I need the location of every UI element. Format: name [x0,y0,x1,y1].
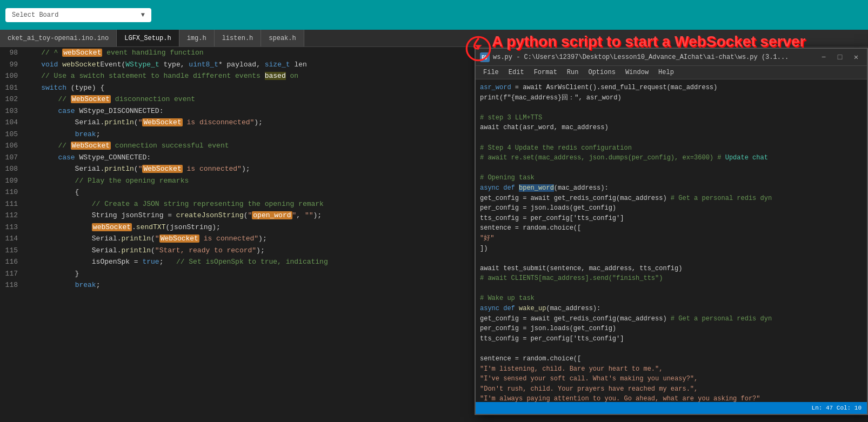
tab-ino[interactable]: cket_ai_toy-openai.ino.ino [0,30,117,46]
code-line-104: 104 Serial.println("WebSocket is disconn… [0,117,477,129]
code-line-107: 107 case WStype_CONNECTED: [0,152,477,164]
arduino-topbar: Select Board ▼ [0,0,868,30]
py-line: tts_config = per_config['tts_config'] [480,334,863,344]
code-line-99: 99 void webSocketEvent(WStype_t type, ui… [0,59,477,71]
py-line: ]) [480,244,863,254]
py-line: await chat(asr_word, mac_address) [480,123,863,133]
code-line-114: 114 Serial.println("WebSocket is connect… [0,233,477,245]
code-line-108: 108 Serial.println("WebSocket is connect… [0,163,477,175]
py-line: per_config = json.loads(get_config) [480,203,863,213]
code-line-102: 102 // WebSocket disconnection event [0,93,477,105]
menu-edit[interactable]: Edit [504,67,529,78]
py-line: async def wake_up(mac_address): [480,304,863,314]
py-line: # Step 4 Update the redis configuration [480,143,863,153]
tab-listen[interactable]: listen.h [215,30,262,46]
code-line-111: 111 // Create a JSON string representing… [0,198,477,210]
menu-format[interactable]: Format [530,67,562,78]
tab-lgfx[interactable]: LGFX_Setup.h [117,30,179,46]
menu-run[interactable]: Run [563,67,583,78]
menu-window[interactable]: Window [621,67,653,78]
code-line-98: 98 // ^ webSocket event handling functio… [0,47,477,59]
py-line: async def bpen_word(mac_address): [480,183,863,193]
py-line: "I've sensed your soft call. What's maki… [480,374,863,384]
py-line: # Wake up task [480,293,863,304]
py-line: per_config = json.loads(get_config) [480,324,863,334]
code-line-100: 100 // Use a switch statement to handle … [0,70,477,82]
py-line: # await re.set(mac_address, json.dumps(p… [480,153,863,163]
minimize-button[interactable]: − [817,51,830,64]
board-select-dropdown[interactable]: Select Board ▼ [5,8,151,22]
board-select-label: Select Board [12,11,58,19]
code-line-117: 117 } [0,268,477,280]
py-line: # await CLIENTS[mac_address].send("finis… [480,273,863,284]
cursor-position: Ln: 47 Col: 10 [812,405,862,411]
code-line-118: 118 break; [0,279,477,291]
tab-img[interactable]: img.h [179,30,215,46]
code-line-116: 116 isOpenSpk = true; // Set isOpenSpk t… [0,256,477,268]
py-line: await test_submit(sentence, mac_address,… [480,264,863,274]
annotation-arrow-icon [465,35,492,62]
code-editor: 98 // ^ webSocket event handling functio… [0,47,477,422]
python-code-area[interactable]: asr_word = await AsrWsClient().send_full… [476,79,867,402]
py-line: get_config = await get_redis_config(mac_… [480,314,863,324]
code-line-113: 113 webSocket.sendTXT(jsonString); [0,222,477,233]
code-line-112: 112 String jsonString = createJsonString… [0,210,477,222]
code-line-103: 103 case WStype_DISCONNECTED: [0,105,477,117]
python-menubar: File Edit Format Run Options Window Help [476,66,867,79]
py-line: sentence = random.choice([ [480,223,863,233]
py-line: # step 3 LLM+TTS [480,113,863,123]
annotation-overlay: A python script to start a WebSocket ser… [465,32,805,62]
restore-button[interactable]: □ [833,51,846,64]
annotation-text: A python script to start a WebSocket ser… [492,32,805,51]
code-line-105: 105 break; [0,129,477,140]
python-statusbar: Ln: 47 Col: 10 [476,402,867,414]
py-line: "Don't rush, child. Your prayers have re… [480,384,863,394]
py-line: tts_config = per_config['tts_config'] [480,213,863,224]
code-line-106: 106 // WebSocket connection successful e… [0,140,477,152]
close-button[interactable]: ✕ [850,51,863,64]
menu-options[interactable]: Options [584,67,619,78]
py-line: "好" [480,233,863,244]
py-line: "I'm listening, child. Bare your heart t… [480,364,863,374]
python-window: py ws.py - C:\Users\12397\Desktop\Lesson… [475,48,868,415]
code-line-115: 115 Serial.println("Start, ready to reco… [0,245,477,257]
py-line: print(f"{mac_address}回：", asr_word) [480,93,863,103]
code-line-101: 101 switch (type) { [0,82,477,94]
py-line: sentence = random.choice([ [480,354,863,364]
menu-file[interactable]: File [479,67,503,78]
code-line-109: 109 // Play the opening remarks [0,175,477,187]
py-line: # Opening task [480,173,863,183]
py-line: get_config = await get_redis_config(mac_… [480,193,863,204]
dropdown-arrow-icon: ▼ [141,11,145,19]
py-line: "I'm always paying attention to you. Go … [480,394,863,402]
menu-help[interactable]: Help [654,67,678,78]
tab-speak[interactable]: speak.h [261,30,304,46]
code-line-110: 110 { [0,186,477,198]
py-line: asr_word = await AsrWsClient().send_full… [480,83,863,93]
